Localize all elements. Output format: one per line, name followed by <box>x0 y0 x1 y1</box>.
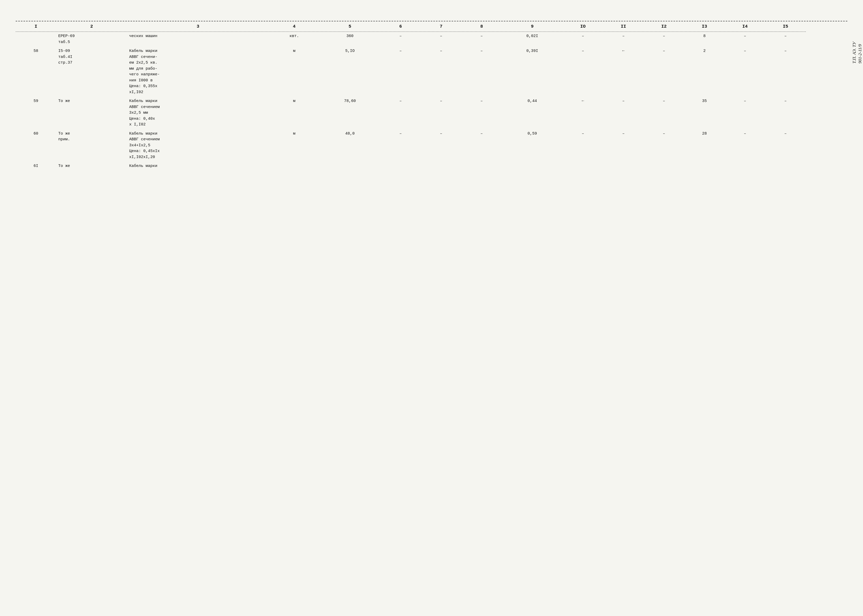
row0-col7: – <box>421 32 461 47</box>
row4-col7 <box>421 162 461 171</box>
row2-col6: – <box>380 97 420 129</box>
side-label-document: Т.П. АЭ. ТУ 901-2-11/9 <box>852 42 863 63</box>
table-row: 6I То же Кабель марки <box>16 162 806 171</box>
row1-col9: 0,39I <box>502 47 563 97</box>
row4-col13 <box>684 162 725 171</box>
row1-col11: ← <box>603 47 644 97</box>
row0-col5: 360 <box>320 32 380 47</box>
row4-col1: 6I <box>16 162 56 171</box>
row2-col4: м <box>269 97 320 129</box>
row1-col3: Кабель марки АВВГ сечени- ем 2x2,5 кв. м… <box>127 47 269 97</box>
header-col-2: 2 <box>56 21 127 31</box>
row2-col5: 78,60 <box>320 97 380 129</box>
row1-col8: – <box>461 47 502 97</box>
header-col-12: I2 <box>644 21 684 31</box>
table-row: ЕРЕР-69 таб.5 ческих машин квт. 360 – – … <box>16 32 806 47</box>
header-col-13: I3 <box>684 21 725 31</box>
row4-col9 <box>502 162 563 171</box>
main-table: I 2 3 4 5 6 7 8 9 IO II I2 I3 I4 I5 <box>16 21 806 31</box>
row0-col14: – <box>725 32 765 47</box>
row3-col12: – <box>644 129 684 162</box>
row0-col11: – <box>603 32 644 47</box>
row0-col13: 8 <box>684 32 725 47</box>
row2-col11: – <box>603 97 644 129</box>
header-row: I 2 3 4 5 6 7 8 9 IO II I2 I3 I4 I5 <box>16 21 806 31</box>
header-col-3: 3 <box>127 21 269 31</box>
row3-col13: 28 <box>684 129 725 162</box>
row0-col8: – <box>461 32 502 47</box>
row2-col1: 59 <box>16 97 56 129</box>
table-row: 59 То же Кабель марки АВВГ сечением 3x2,… <box>16 97 806 129</box>
row0-col15: – <box>765 32 806 47</box>
row4-col5 <box>320 162 380 171</box>
row2-col7: – <box>421 97 461 129</box>
header-col-6: 6 <box>380 21 420 31</box>
row4-col6 <box>380 162 420 171</box>
row3-col7: – <box>421 129 461 162</box>
row1-col7: – <box>421 47 461 97</box>
row2-col3: Кабель марки АВВГ сечением 3x2,5 мм Цена… <box>127 97 269 129</box>
row0-col4: квт. <box>269 32 320 47</box>
table-wrapper: I 2 3 4 5 6 7 8 9 IO II I2 I3 I4 I5 <box>16 21 806 171</box>
row3-col4: м <box>269 129 320 162</box>
header-col-15: I5 <box>765 21 806 31</box>
row1-col13: 2 <box>684 47 725 97</box>
row0-col12: – <box>644 32 684 47</box>
row2-col15: – <box>765 97 806 129</box>
row3-col9: 0,59 <box>502 129 563 162</box>
header-col-7: 7 <box>421 21 461 31</box>
header-col-8: 8 <box>461 21 502 31</box>
row2-col12: – <box>644 97 684 129</box>
row4-col14 <box>725 162 765 171</box>
row3-col10: – <box>563 129 603 162</box>
row0-col2: ЕРЕР-69 таб.5 <box>56 32 127 47</box>
header-col-1: I <box>16 21 56 31</box>
row0-col6: – <box>380 32 420 47</box>
row0-col3: ческих машин <box>127 32 269 47</box>
row3-col6: – <box>380 129 420 162</box>
row3-col11: – <box>603 129 644 162</box>
header-col-10: IO <box>563 21 603 31</box>
header-col-5: 5 <box>320 21 380 31</box>
row3-col15: – <box>765 129 806 162</box>
row1-col5: 5,IO <box>320 47 380 97</box>
page-container: I 2 3 4 5 6 7 8 9 IO II I2 I3 I4 I5 <box>16 21 847 171</box>
header-col-11: II <box>603 21 644 31</box>
row2-col10: ← <box>563 97 603 129</box>
table-row: 58 I5-09 таб.4I стр.37 Кабель марки АВВГ… <box>16 47 806 97</box>
header-col-9: 9 <box>502 21 563 31</box>
row1-col4: м <box>269 47 320 97</box>
row3-col14: – <box>725 129 765 162</box>
row4-col8 <box>461 162 502 171</box>
row2-col9: 0,44 <box>502 97 563 129</box>
row3-col2: То же прим. <box>56 129 127 162</box>
row1-col15: – <box>765 47 806 97</box>
row2-col2: То же <box>56 97 127 129</box>
row4-col2: То же <box>56 162 127 171</box>
row0-col1 <box>16 32 56 47</box>
row1-col2: I5-09 таб.4I стр.37 <box>56 47 127 97</box>
row4-col12 <box>644 162 684 171</box>
row4-col10 <box>563 162 603 171</box>
row3-col1: 60 <box>16 129 56 162</box>
row0-col9: 0,02I <box>502 32 563 47</box>
row3-col5: 48,0 <box>320 129 380 162</box>
row1-col1: 58 <box>16 47 56 97</box>
row2-col13: 35 <box>684 97 725 129</box>
row4-col4 <box>269 162 320 171</box>
row1-col10: – <box>563 47 603 97</box>
row2-col8: – <box>461 97 502 129</box>
row4-col11 <box>603 162 644 171</box>
row3-col3: Кабель марки АВВГ сечением 3x4+Ix2,5 Цен… <box>127 129 269 162</box>
row4-col15 <box>765 162 806 171</box>
row1-col12: – <box>644 47 684 97</box>
row0-col10: – <box>563 32 603 47</box>
row2-col14: – <box>725 97 765 129</box>
row4-col3: Кабель марки <box>127 162 269 171</box>
data-table: ЕРЕР-69 таб.5 ческих машин квт. 360 – – … <box>16 32 806 171</box>
row3-col8: – <box>461 129 502 162</box>
row1-col6: – <box>380 47 420 97</box>
row1-col14: – <box>725 47 765 97</box>
header-col-14: I4 <box>725 21 765 31</box>
header-col-4: 4 <box>269 21 320 31</box>
